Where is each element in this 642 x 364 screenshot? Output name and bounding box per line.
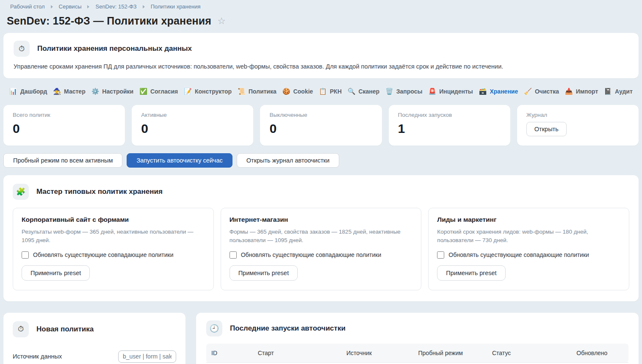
preset-description: Формы — 365 дней, свойства заказов — 182… <box>230 228 413 245</box>
stopwatch-icon: ⏱ <box>13 321 29 337</box>
update-existing-checkbox[interactable] <box>22 251 29 259</box>
col-start: Старт <box>253 344 341 363</box>
tab-scanner[interactable]: 🔍Сканер <box>348 88 379 95</box>
checkbox-label: Обновлять существующие совпадающие полит… <box>448 251 589 258</box>
stat-disabled: Выключенные 0 <box>260 105 382 146</box>
stat-label: Всего политик <box>13 112 116 118</box>
stat-value: 0 <box>269 121 372 136</box>
preset-card-leads: Лиды и маркетинг Короткий срок хранения … <box>428 208 629 290</box>
stats-row: Всего политик 0 Активные 0 Выключенные 0… <box>3 105 639 146</box>
stat-journal: Журнал Открыть <box>517 105 639 146</box>
update-existing-checkbox[interactable] <box>437 251 444 259</box>
tab-incidents[interactable]: 🚨Инциденты <box>428 88 473 95</box>
stat-active: Активные 0 <box>132 105 253 146</box>
card-box-icon: 🗃️ <box>479 88 487 95</box>
page: Рабочий стол Сервисы SenDev: 152-ФЗ Поли… <box>0 0 642 364</box>
tab-import[interactable]: 📥Импорт <box>565 88 598 95</box>
tab-storage[interactable]: 🗃️Хранение <box>479 88 518 95</box>
preset-card-shop: Интернет-магазин Формы — 365 дней, свойс… <box>221 208 422 290</box>
inbox-icon: 📥 <box>565 88 573 95</box>
wizard-title: Мастер типовых политик хранения <box>36 188 163 196</box>
stat-recent-runs: Последних запусков 1 <box>389 105 510 146</box>
stat-label: Последних запусков <box>398 112 501 118</box>
preset-description: Результаты web-форм — 365 дней, неактивн… <box>22 228 205 245</box>
broom-icon: 🧹 <box>524 88 532 95</box>
tab-consents[interactable]: ✅Согласия <box>139 88 178 95</box>
open-journal-button[interactable]: Открыть <box>526 122 567 136</box>
breadcrumb-separator-icon <box>51 5 53 8</box>
stat-total-policies: Всего политик 0 <box>3 105 125 146</box>
field-label: Источник данных <box>13 353 62 360</box>
new-policy-title: Новая политика <box>36 325 94 334</box>
preset-description: Короткий срок хранения лидов: web-формы … <box>437 228 620 245</box>
tab-bar: 📊Дашборд 🧙Мастер ⚙️Настройки ✅Согласия 📝… <box>3 85 639 98</box>
run-start: 20.03.2026 09:57:47 <box>253 362 341 364</box>
new-policy-card: ⏱ Новая политика Источник данных Тип сущ… <box>3 313 185 364</box>
scroll-icon: 📜 <box>238 88 246 95</box>
breadcrumb-separator-icon <box>143 5 145 8</box>
favorite-star-icon[interactable]: ☆ <box>217 17 226 26</box>
wizard-icon: 🧙 <box>53 88 61 95</box>
presets-row: Корпоративный сайт с формами Результаты … <box>13 208 629 290</box>
run-autocleanup-button[interactable]: Запустить автоочистку сейчас <box>127 153 232 168</box>
header-description: Управление сроками хранения ПД для разли… <box>14 63 628 70</box>
preset-title: Лиды и маркетинг <box>437 216 620 223</box>
breadcrumb: Рабочий стол Сервисы SenDev: 152-ФЗ Поли… <box>3 0 639 10</box>
cookie-icon: 🍪 <box>282 88 291 95</box>
actions-row: Пробный режим по всем активным Запустить… <box>3 153 639 168</box>
clipboard-icon: 📋 <box>319 88 327 95</box>
page-title: SenDev: 152-ФЗ — Политики хранения <box>7 15 211 27</box>
col-dry-run: Пробный режим <box>413 344 487 363</box>
data-source-input[interactable] <box>118 350 176 363</box>
tab-audit[interactable]: 📓Аудит <box>604 88 633 95</box>
header-title: Политики хранения персональных данных <box>37 44 192 53</box>
run-updated: 0 <box>571 362 628 364</box>
bottom-row: ⏱ Новая политика Источник данных Тип сущ… <box>3 313 639 364</box>
col-id: ID <box>206 344 253 363</box>
title-row: SenDev: 152-ФЗ — Политики хранения ☆ <box>3 10 639 27</box>
col-updated: Обновлено <box>571 344 628 363</box>
update-existing-checkbox[interactable] <box>230 251 237 259</box>
col-source: Источник <box>341 344 413 363</box>
run-source: agent <box>341 362 413 364</box>
tab-constructor[interactable]: 📝Конструктор <box>184 88 232 95</box>
header-card: ⏱ Политики хранения персональных данных … <box>3 33 639 78</box>
stopwatch-icon: ⏱ <box>14 41 30 57</box>
tab-master[interactable]: 🧙Мастер <box>53 88 85 95</box>
apply-preset-button[interactable]: Применить preset <box>437 265 505 281</box>
stat-value: 0 <box>141 121 244 136</box>
siren-icon: 🚨 <box>428 88 436 95</box>
runs-card: 🕘 Последние запуски автоочистки ID Старт… <box>196 313 639 364</box>
tab-rkn[interactable]: 📋РКН <box>319 88 342 95</box>
preset-title: Корпоративный сайт с формами <box>22 216 205 223</box>
table-header-row: ID Старт Источник Пробный режим Статус О… <box>206 344 628 363</box>
tab-requests[interactable]: 🗑️Запросы <box>385 88 422 95</box>
checkbox-label: Обновлять существующие совпадающие полит… <box>241 251 382 258</box>
apply-preset-button[interactable]: Применить preset <box>230 265 298 281</box>
gear-icon: ⚙️ <box>91 88 100 95</box>
tab-settings[interactable]: ⚙️Настройки <box>91 88 134 95</box>
trash-icon: 🗑️ <box>385 88 393 95</box>
stat-value: 1 <box>398 121 501 136</box>
breadcrumb-item-desktop[interactable]: Рабочий стол <box>10 3 45 10</box>
preset-title: Интернет-магазин <box>230 216 413 223</box>
dry-run-all-button[interactable]: Пробный режим по всем активным <box>3 153 122 168</box>
notebook-icon: 📓 <box>604 88 612 95</box>
breadcrumb-item-module[interactable]: SenDev: 152-ФЗ <box>95 3 136 10</box>
search-icon: 🔍 <box>348 88 356 95</box>
tab-cleanup[interactable]: 🧹Очистка <box>524 88 559 95</box>
memo-icon: 📝 <box>184 88 192 95</box>
preset-card-corporate: Корпоративный сайт с формами Результаты … <box>13 208 214 290</box>
tab-policy[interactable]: 📜Политика <box>238 88 277 95</box>
apply-preset-button[interactable]: Применить preset <box>22 265 90 281</box>
open-cleanup-journal-button[interactable]: Открыть журнал автоочистки <box>237 153 339 168</box>
breadcrumb-item-current[interactable]: Политики хранения <box>151 3 201 10</box>
clock-icon: 🕘 <box>206 320 222 336</box>
tab-dashboard[interactable]: 📊Дашборд <box>9 88 47 95</box>
breadcrumb-separator-icon <box>87 5 89 8</box>
tab-cookie[interactable]: 🍪Cookie <box>282 88 313 95</box>
breadcrumb-item-services[interactable]: Сервисы <box>59 3 82 10</box>
dashboard-icon: 📊 <box>9 88 17 95</box>
checkbox-label: Обновлять существующие совпадающие полит… <box>33 251 174 258</box>
check-icon: ✅ <box>139 88 147 95</box>
